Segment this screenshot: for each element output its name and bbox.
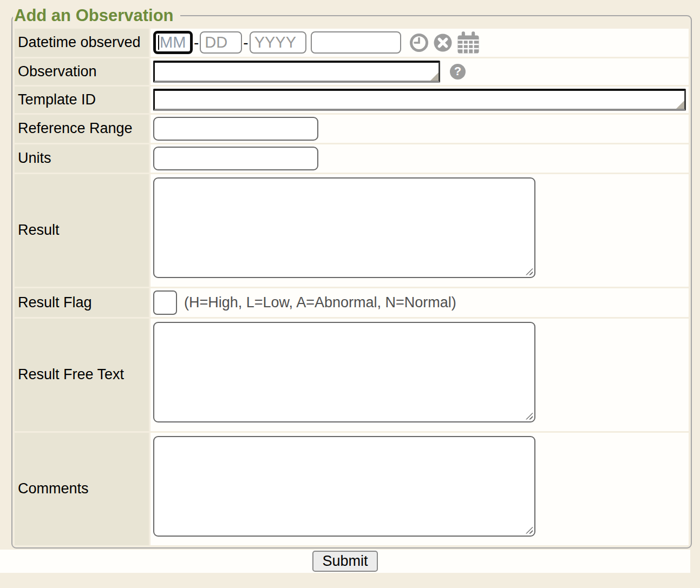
row-units: Units	[15, 144, 689, 173]
month-input-wrap	[153, 31, 193, 54]
clock-icon[interactable]	[409, 33, 429, 52]
observation-form-table: Datetime observed - -	[13, 27, 690, 547]
units-label: Units	[15, 144, 149, 173]
datetime-field-group: - -	[153, 31, 686, 55]
form-actions-bar: Submit	[0, 550, 690, 573]
observation-combo-field[interactable]	[153, 61, 440, 83]
result-textarea[interactable]	[153, 177, 535, 278]
result-free-text-textarea[interactable]	[153, 322, 535, 422]
result-flag-label: Result Flag	[15, 288, 149, 317]
reference-range-input[interactable]	[153, 117, 318, 141]
row-datetime-observed: Datetime observed - -	[15, 29, 689, 57]
page: { "form": { "legend": "Add an Observatio…	[0, 0, 700, 588]
clear-icon[interactable]	[433, 33, 453, 52]
result-label: Result	[15, 174, 149, 287]
result-flag-hint: (H=High, L=Low, A=Abnormal, N=Normal)	[184, 294, 456, 311]
row-result-flag: Result Flag (H=High, L=Low, A=Abnormal, …	[15, 288, 689, 317]
row-observation: Observation ?	[15, 58, 689, 85]
comments-label: Comments	[15, 433, 149, 545]
row-reference-range: Reference Range	[15, 115, 689, 143]
date-separator: -	[243, 34, 248, 51]
result-free-text-label: Result Free Text	[15, 319, 149, 431]
template-id-input[interactable]	[155, 91, 684, 109]
row-result: Result	[15, 174, 689, 287]
comments-textarea[interactable]	[153, 436, 535, 537]
row-comments: Comments	[15, 433, 689, 545]
reference-range-label: Reference Range	[15, 115, 149, 143]
units-input[interactable]	[153, 147, 318, 170]
observation-input[interactable]	[155, 63, 439, 81]
row-result-free-text: Result Free Text	[15, 319, 689, 431]
help-icon[interactable]: ?	[450, 64, 466, 80]
result-flag-input[interactable]	[153, 290, 177, 315]
time-input[interactable]	[311, 31, 401, 54]
form-title: Add an Observation	[13, 7, 180, 25]
day-input[interactable]	[200, 31, 242, 54]
observation-label: Observation	[15, 58, 149, 85]
template-id-combo-field[interactable]	[153, 89, 686, 111]
row-template-id: Template ID	[15, 87, 689, 113]
calendar-icon[interactable]	[457, 31, 480, 55]
year-input[interactable]	[250, 31, 306, 54]
date-separator: -	[194, 34, 199, 51]
datetime-observed-label: Datetime observed	[15, 29, 149, 57]
submit-button[interactable]: Submit	[312, 551, 377, 572]
text-caret	[158, 35, 159, 50]
template-id-label: Template ID	[15, 87, 149, 113]
datetime-icon-group	[409, 31, 480, 55]
add-observation-fieldset: Add an Observation Datetime observed - -	[11, 7, 692, 549]
